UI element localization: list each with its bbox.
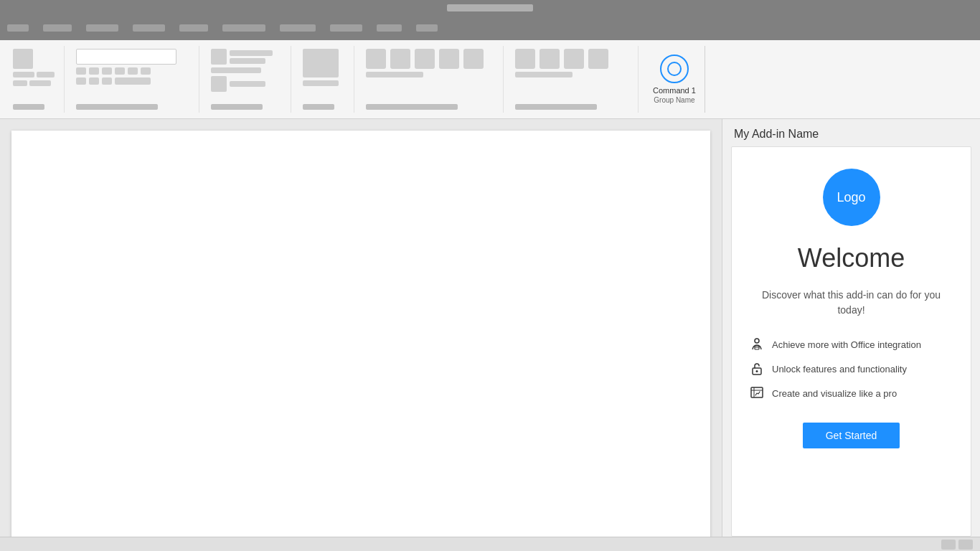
rp19 [303, 80, 339, 86]
rp17 [211, 67, 261, 73]
ricon2 [211, 76, 227, 92]
ribbon-section-2 [70, 46, 199, 113]
rblock6 [515, 49, 535, 69]
ribbon-section-label-2 [76, 104, 158, 110]
rblock2 [390, 49, 410, 69]
menu-view[interactable] [377, 24, 402, 32]
menu-help[interactable] [416, 24, 438, 32]
rp12 [89, 77, 99, 85]
ricon3 [303, 49, 339, 77]
document-page[interactable] [11, 131, 710, 537]
logo-circle: Logo [823, 169, 880, 226]
feature-label-1: Achieve more with Office integration [772, 339, 921, 350]
svg-point-4 [756, 370, 758, 372]
rp4 [29, 80, 51, 86]
ribbon-icon-1 [13, 49, 33, 69]
feature-label-2: Unlock features and functionality [772, 364, 907, 375]
menu-insert[interactable] [86, 24, 118, 32]
office-integration-icon [749, 336, 765, 352]
menu-layout[interactable] [179, 24, 208, 32]
command-label[interactable]: Command 1 [653, 86, 696, 95]
visualize-icon [749, 385, 765, 401]
ribbon-section-label-4 [303, 104, 334, 110]
rp21 [515, 72, 573, 77]
rblock8 [564, 49, 584, 69]
rp15 [230, 50, 273, 56]
rp5 [76, 67, 86, 75]
menu-design[interactable] [133, 24, 165, 32]
unlock-icon [749, 361, 765, 377]
rp2 [37, 72, 55, 77]
rblock9 [588, 49, 608, 69]
ribbon-section-label-6 [515, 104, 597, 110]
ribbon-section-label-5 [366, 104, 458, 110]
ribbon-section-6 [509, 46, 639, 113]
ribbon-section-3 [205, 46, 291, 113]
rp20 [366, 72, 423, 77]
menu-home[interactable] [43, 24, 72, 32]
rblock4 [439, 49, 459, 69]
command-icon [660, 55, 689, 83]
menu-file[interactable] [7, 24, 29, 32]
feature-item-1: Achieve more with Office integration [749, 332, 953, 357]
rp14 [115, 77, 151, 85]
ribbon-section-4 [297, 46, 354, 113]
ribbon-section-label-3 [211, 104, 263, 110]
menu-references[interactable] [222, 24, 265, 32]
rp18 [230, 81, 265, 87]
rp9 [128, 67, 138, 75]
group-name-label: Group Name [654, 96, 694, 104]
menu-mailings[interactable] [280, 24, 316, 32]
feature-item-2: Unlock features and functionality [749, 357, 953, 381]
rp1 [13, 72, 34, 77]
menu-bar [0, 16, 980, 40]
ribbon-font-input[interactable] [76, 49, 176, 65]
sidebar-title: My Add-in Name [722, 119, 980, 146]
sidebar-card: Logo Welcome Discover what this add-in c… [731, 146, 971, 537]
ribbon-section-5 [360, 46, 504, 113]
rp11 [76, 77, 86, 85]
title-bar-text [447, 4, 533, 11]
logo-label: Logo [837, 190, 865, 205]
rp13 [102, 77, 112, 85]
rblock1 [366, 49, 386, 69]
ribbon: Command 1 Group Name [0, 40, 980, 119]
ribbon-section-label-1 [13, 104, 44, 110]
get-started-button[interactable]: Get Started [803, 423, 900, 448]
feature-list: Achieve more with Office integration Unl… [749, 332, 953, 405]
status-btn-2[interactable] [958, 540, 973, 550]
svg-point-0 [755, 339, 759, 343]
title-bar [0, 0, 980, 16]
svg-rect-5 [751, 387, 763, 397]
menu-review[interactable] [330, 24, 362, 32]
rp10 [141, 67, 151, 75]
status-btn-1[interactable] [941, 540, 956, 550]
feature-item-3: Create and visualize like a pro [749, 381, 953, 405]
rp3 [13, 80, 27, 86]
welcome-description: Discover what this add-in can do for you… [749, 288, 953, 318]
sidebar: My Add-in Name Logo Welcome Discover wha… [722, 119, 980, 537]
ricon1 [211, 49, 227, 65]
rblock3 [415, 49, 435, 69]
rp7 [102, 67, 112, 75]
rp8 [115, 67, 125, 75]
document-area [0, 119, 722, 537]
status-bar [0, 537, 980, 551]
rblock5 [463, 49, 484, 69]
welcome-heading: Welcome [798, 243, 905, 273]
rblock7 [540, 49, 560, 69]
rp6 [89, 67, 99, 75]
rp16 [230, 58, 265, 64]
ribbon-section-1 [7, 46, 65, 113]
command-icon-inner [667, 62, 682, 76]
main-area: My Add-in Name Logo Welcome Discover wha… [0, 119, 980, 537]
feature-label-3: Create and visualize like a pro [772, 388, 897, 399]
ribbon-command-group: Command 1 Group Name [644, 46, 705, 113]
